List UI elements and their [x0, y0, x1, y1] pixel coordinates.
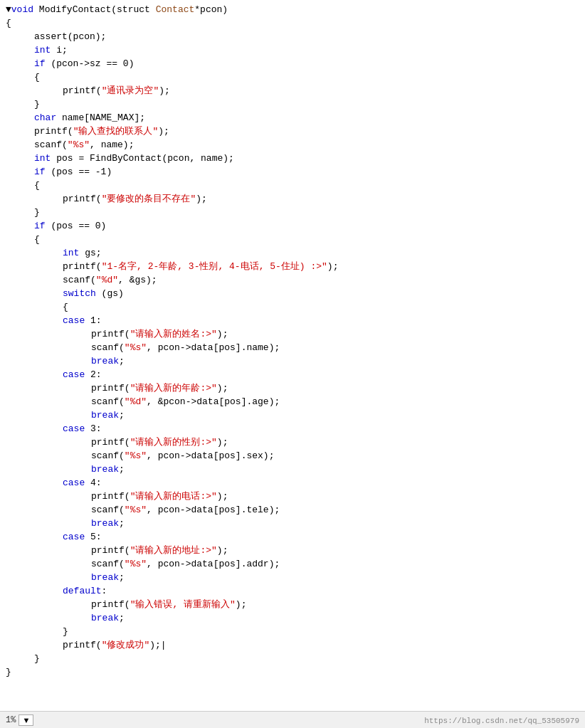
token-cn: ( — [125, 545, 130, 556]
token-str: "%s" — [68, 139, 90, 150]
token-cn: { — [34, 234, 40, 245]
code-line: if (pcon->sz == 0) — [6, 57, 585, 70]
code-line: break; — [6, 611, 585, 625]
token-kw: break — [91, 572, 119, 583]
token-str: "请输入新的姓名:>" — [130, 329, 217, 339]
token-func: scanf — [91, 450, 119, 461]
token-kw: case — [63, 369, 85, 380]
code-line: } — [6, 665, 585, 679]
code-line: case 4: — [6, 476, 585, 490]
token-cn: { — [63, 302, 68, 312]
token-str: "1-名字, 2-年龄, 3-性别, 4-电话, 5-住址) :>" — [102, 261, 327, 272]
code-line: default: — [6, 584, 585, 598]
token-cn: 5: — [85, 532, 101, 542]
code-editor: ▼void ModifyContact(struct Contact*pcon)… — [0, 0, 585, 682]
token-cn: , pcon->data[pos].tele); — [147, 505, 280, 515]
token-cn: ( — [62, 139, 68, 150]
token-cn: ( — [68, 126, 73, 137]
token-cn: , name); — [90, 139, 134, 150]
token-cn: , &pcon->data[pos].age); — [147, 396, 280, 407]
code-line: break; — [6, 571, 585, 584]
token-cn: pos = — [51, 153, 90, 164]
token-cn: , &gs); — [118, 275, 157, 285]
token-cn: (pos == -1) — [46, 167, 112, 177]
token-cn: , pcon->data[pos].sex); — [147, 450, 274, 461]
token-cn: i; — [51, 45, 67, 56]
token-kw: int — [34, 153, 51, 164]
token-cn: *pcon) — [194, 4, 228, 15]
token-param: Contact — [156, 4, 195, 15]
token-str: "请输入新的电话:>" — [130, 491, 217, 502]
code-line: if (pos == -1) — [6, 165, 585, 179]
code-line: break; — [6, 517, 585, 530]
token-cn: 4: — [85, 478, 101, 488]
token-kw: int — [63, 248, 79, 258]
token-cn: ); — [217, 383, 228, 394]
code-line: break; — [6, 354, 585, 368]
token-cn: (pos == 0) — [46, 221, 107, 231]
token-cn: ); — [217, 491, 228, 502]
code-line: case 1: — [6, 314, 585, 327]
token-cn: ; — [119, 464, 125, 475]
token-str: "输入错误, 请重新输入" — [130, 599, 236, 610]
token-cn: ; — [119, 518, 125, 529]
zoom-dropdown-btn[interactable]: ▼ — [19, 714, 33, 726]
token-kw: break — [91, 518, 119, 529]
code-line: } — [6, 652, 585, 665]
token-cn: ]; — [134, 112, 145, 123]
token-cn: ); — [196, 194, 207, 204]
token-cn: ( — [96, 261, 102, 272]
token-cn: ); — [159, 85, 170, 96]
token-kw: if — [34, 58, 46, 69]
code-line: printf("通讯录为空"); — [6, 84, 585, 97]
token-func: printf — [91, 329, 125, 339]
token-cn: (pcon-> — [46, 58, 90, 69]
token-cn: } — [34, 99, 40, 110]
token-str: "输入查找的联系人" — [73, 126, 159, 137]
token-kw: if — [34, 167, 46, 177]
token-str: "%s" — [125, 559, 147, 569]
zoom-control[interactable]: 1% ▼ — [6, 714, 33, 726]
token-cn: { — [34, 72, 40, 83]
token-kw: break — [91, 613, 119, 623]
code-line: int gs; — [6, 246, 585, 260]
code-line: break; — [6, 408, 585, 422]
token-kw: int — [34, 45, 51, 56]
code-line: } — [6, 206, 585, 219]
token-func: scanf — [34, 139, 62, 150]
token-str: "请输入新的年龄:>" — [130, 383, 217, 394]
code-line: scanf("%d", &gs); — [6, 273, 585, 287]
token-cn: ); — [217, 329, 228, 339]
token-cn: ); — [327, 261, 339, 272]
code-line: char name[NAME_MAX]; — [6, 111, 585, 125]
code-line: printf("修改成功");| — [6, 638, 585, 652]
token-str: "%d" — [125, 396, 147, 407]
token-cn: ( — [96, 640, 102, 650]
token-func: scanf — [91, 559, 119, 569]
code-line: } — [6, 625, 585, 638]
token-cn: ; — [119, 356, 125, 366]
code-line: printf("请输入新的年龄:>"); — [6, 381, 585, 395]
code-line: scanf("%s", pcon->data[pos].sex); — [6, 449, 585, 463]
token-kw: case — [63, 478, 85, 488]
token-func: ModifyContact — [39, 4, 111, 15]
code-line: ▼void ModifyContact(struct Contact*pcon) — [6, 3, 585, 16]
token-cn: 2: — [85, 369, 101, 380]
code-line: { — [6, 70, 585, 84]
token-cn: ( — [125, 599, 130, 610]
code-line: } — [6, 97, 585, 111]
token-□: ▼ — [6, 4, 11, 15]
code-content[interactable]: ▼void ModifyContact(struct Contact*pcon)… — [0, 0, 585, 682]
code-line: { — [6, 300, 585, 314]
token-cn: (gs) — [96, 288, 124, 299]
token-cn: ; — [119, 572, 125, 583]
token-func: printf — [91, 437, 125, 448]
token-str: "%s" — [125, 450, 147, 461]
token-cn: : — [102, 586, 107, 596]
code-line: printf("请输入新的电话:>"); — [6, 490, 585, 503]
code-line: assert(pcon); — [6, 30, 585, 43]
token-func: printf — [91, 383, 125, 394]
token-str: "通讯录为空" — [102, 85, 159, 96]
token-kw: default — [63, 586, 102, 596]
token-func: FindByContact — [90, 153, 162, 164]
